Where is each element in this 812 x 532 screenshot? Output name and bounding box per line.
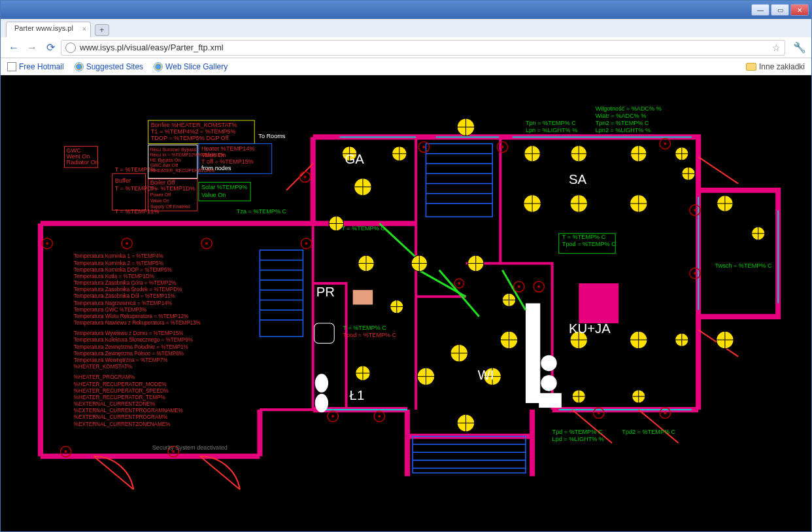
svg-text:Recu In = %TEMP12%%TEMP13%: Recu In = %TEMP12%%TEMP13%: [150, 152, 225, 158]
svg-text:Temperatura Kominka 2 = %TEMP5: Temperatura Kominka 2 = %TEMP5%: [74, 260, 163, 266]
url-input[interactable]: [80, 43, 772, 52]
svg-text:Temperatura Zewnętrzna Północ : Temperatura Zewnętrzna Północ = %TEMP8%: [74, 351, 184, 357]
folder-icon: [746, 63, 756, 71]
svg-text:Temperatura Zasobnika Środek =: Temperatura Zasobnika Środek = %TEMPD%: [74, 285, 182, 293]
stairs-pr: [260, 250, 303, 336]
counter: [526, 304, 540, 403]
svg-point-32: [315, 394, 328, 412]
forward-button[interactable]: →: [24, 40, 40, 56]
svg-rect-14: [260, 250, 303, 336]
svg-text:Temperatura Nagrzewnica = %TEM: Temperatura Nagrzewnica = %TEMP14%: [74, 300, 172, 306]
svg-text:%HEATER_RECUPERATOR_SPEED%: %HEATER_RECUPERATOR_SPEED%: [74, 388, 169, 394]
tab-label: Parter www.isys.pl: [14, 24, 73, 32]
reload-button[interactable]: ⟳: [42, 40, 58, 56]
room-wi: WI: [478, 368, 494, 382]
svg-text:%HEATER_RECUPERATOR_TEMP%: %HEATER_RECUPERATOR_TEMP%: [74, 395, 165, 400]
tab-strip: Parter www.isys.pl × +: [1, 19, 811, 37]
svg-text:Tpd2 = %TEMP% C: Tpd2 = %TEMP% C: [622, 429, 675, 435]
stairs-entry: [413, 436, 526, 473]
svg-text:Lpd = %LIGHT% %: Lpd = %LIGHT% %: [552, 436, 604, 442]
svg-text:Radiator On: Radiator On: [67, 159, 99, 166]
back-button[interactable]: ←: [6, 40, 22, 56]
svg-text:Lpn2 = %LIGHT% %: Lpn2 = %LIGHT% %: [596, 127, 651, 133]
block-sa: [579, 283, 618, 323]
svg-rect-7: [426, 144, 492, 217]
svg-text:T = %TEMP% C: T = %TEMP% C: [562, 234, 606, 240]
svg-point-161: [331, 415, 334, 417]
svg-text:Temperatura Wywiewu z Domu = %: Temperatura Wywiewu z Domu = %TEMP15%: [74, 330, 184, 336]
svg-text:Value On: Value On: [201, 192, 226, 198]
titlebar: — ▭ ✕: [1, 1, 811, 19]
svg-text:Temperatura Zewnętrzna Południ: Temperatura Zewnętrzna Południe = %TEMP1…: [74, 344, 188, 350]
svg-text:Heater %TEMP14%: Heater %TEMP14%: [201, 145, 255, 152]
minimize-button[interactable]: —: [751, 4, 770, 16]
svg-text:Temperatura Kominka 1 = %TEMP4: Temperatura Kominka 1 = %TEMP4%: [74, 253, 163, 259]
svg-text:Tpd = %TEMP% C: Tpd = %TEMP% C: [552, 429, 603, 435]
svg-text:%HEATER_PROGRAM%: %HEATER_PROGRAM%: [74, 374, 135, 380]
toolbar: ← → ⟳ ☆ 🔧: [1, 37, 811, 58]
svg-point-153: [694, 272, 696, 275]
svg-point-28: [541, 375, 556, 391]
bookmark-star-icon[interactable]: ☆: [772, 43, 781, 53]
svg-text:%EXTERNAL_CURRENTZONE%: %EXTERNAL_CURRENTZONE%: [74, 401, 155, 407]
svg-text:%EXTERNAL_CURRENTPROGRAMNAME%: %EXTERNAL_CURRENTPROGRAMNAME%: [74, 408, 183, 414]
page-icon: [7, 62, 16, 71]
security-text: Security System deactivated: [152, 444, 228, 451]
svg-rect-33: [314, 323, 334, 343]
svg-text:Lpn = %LIGHT% %: Lpn = %LIGHT% %: [526, 127, 577, 133]
svg-text:Buffer: Buffer: [115, 177, 131, 184]
stairs-ga: [426, 144, 492, 217]
svg-text:Temperatura Nawiewu z Rekupera: Temperatura Nawiewu z Rekuperatora = %TE…: [74, 320, 201, 326]
wrench-icon[interactable]: 🔧: [793, 41, 806, 54]
svg-point-135: [46, 242, 48, 245]
svg-text:GWC Aux Off: GWC Aux Off: [150, 163, 178, 168]
svg-line-36: [439, 270, 479, 317]
svg-point-155: [518, 285, 520, 288]
ie-icon: [75, 62, 84, 71]
tab-close-icon[interactable]: ×: [82, 26, 86, 33]
svg-point-157: [537, 285, 540, 288]
svg-text:T = %TEMP% C: T = %TEMP% C: [343, 325, 386, 331]
new-tab-button[interactable]: +: [95, 24, 109, 36]
svg-text:Bonfire %HEATER_KOMSTAT%: Bonfire %HEATER_KOMSTAT%: [151, 122, 237, 128]
browser-tab[interactable]: Parter www.isys.pl ×: [6, 22, 91, 37]
svg-text:Tpn2 = %TEMP% C: Tpn2 = %TEMP% C: [596, 120, 649, 126]
svg-text:HE Bypass On: HE Bypass On: [150, 158, 181, 163]
svg-text:%HEATER_RECUPERATOR%: %HEATER_RECUPERATOR%: [150, 168, 215, 173]
svg-text:T off = %TEMP15%: T off = %TEMP15%: [201, 158, 254, 165]
svg-text:Temperatura GWC %TEMP3%: Temperatura GWC %TEMP3%: [74, 307, 147, 313]
globe-icon: [65, 43, 76, 53]
svg-text:Temperatura Zasobnika Góra = %: Temperatura Zasobnika Góra = %TEMP2%: [74, 280, 176, 286]
svg-text:TDOP = %TEMP5% DGP Off: TDOP = %TEMP5% DGP Off: [151, 135, 229, 141]
svg-text:Wilgotność = %ADC% %: Wilgotność = %ADC% %: [596, 105, 662, 112]
address-bar[interactable]: ☆: [61, 40, 785, 56]
svg-point-141: [303, 175, 306, 178]
svg-point-159: [458, 282, 460, 285]
bookmark-web-slice[interactable]: Web Slice Gallery: [154, 62, 228, 71]
svg-point-27: [541, 355, 556, 371]
svg-text:%HEATER_RECUPERATOR_MODE%: %HEATER_RECUPERATOR_MODE%: [74, 381, 167, 387]
bookmark-suggested-sites[interactable]: Suggested Sites: [75, 62, 143, 71]
bookmarks-bar: Free Hotmail Suggested Sites Web Slice G…: [1, 58, 811, 75]
room-ga: GA: [345, 152, 364, 166]
room-sa: SA: [569, 172, 587, 186]
room-l1: Ł1: [350, 388, 365, 402]
close-button[interactable]: ✕: [790, 4, 809, 16]
svg-text:T1 = %TEMP4%2 = %TEMP5%: T1 = %TEMP4%2 = %TEMP5%: [151, 128, 236, 135]
svg-point-167: [664, 412, 666, 414]
svg-text:Temperatura Kolektora Słoneczn: Temperatura Kolektora Słonecznego = %TEM…: [74, 337, 193, 343]
svg-text:To Rooms: To Rooms: [258, 133, 286, 139]
wall-entry: [407, 436, 532, 476]
svg-text:Twsch = %TEMP% C: Twsch = %TEMP% C: [715, 262, 772, 269]
wall-pr-left: [260, 224, 313, 410]
other-bookmarks[interactable]: Inne zakładki: [746, 62, 805, 71]
svg-point-145: [422, 146, 425, 149]
maximize-button[interactable]: ▭: [771, 4, 789, 16]
svg-text:Supply Off  Enabled: Supply Off Enabled: [150, 204, 190, 209]
ie-icon: [154, 62, 163, 71]
bookmark-free-hotmail[interactable]: Free Hotmail: [7, 62, 64, 71]
svg-point-151: [694, 209, 696, 211]
svg-text:Tpod = %TEMP% C: Tpod = %TEMP% C: [562, 241, 616, 247]
svg-text:Temperatura Wewnętrzna = %TEMP: Temperatura Wewnętrzna = %TEMP7%: [74, 357, 168, 363]
svg-text:%EXTERNAL_CURRENTPROGRAM%: %EXTERNAL_CURRENTPROGRAM%: [74, 414, 168, 420]
